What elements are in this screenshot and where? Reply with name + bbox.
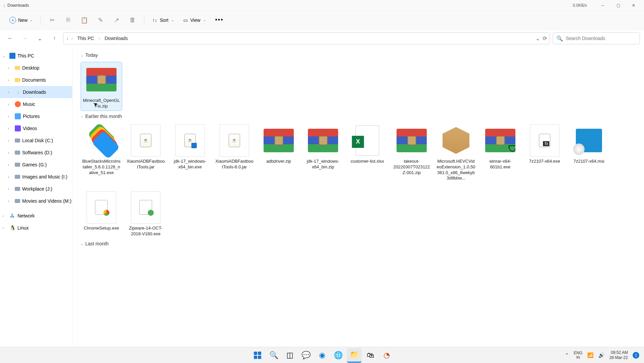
sidebar-item-videos[interactable]: › Videos (0, 122, 72, 134)
rar-shield-icon (484, 124, 516, 157)
app-icon[interactable]: ◔ (379, 348, 394, 363)
search-button[interactable]: 🔍 (266, 348, 281, 363)
file-item[interactable]: 7z2107-x64.exe (524, 123, 565, 183)
file-item[interactable]: 7z2107-x64.msi (568, 123, 610, 183)
maximize-button[interactable]: ▢ (610, 0, 626, 11)
refresh-button[interactable]: ⟳ (543, 35, 547, 42)
address-bar[interactable]: ↓ › This PC › Downloads ⌄ ⟳ (63, 32, 550, 44)
file-item[interactable]: Zipware-14-OCT-2018-V160.exe (125, 190, 167, 238)
sidebar-item-label: Desktop (22, 65, 39, 71)
file-label: ChromeSetup.exe (84, 226, 119, 231)
file-item[interactable]: customer-list.xlsx (347, 123, 388, 183)
chevron-down-icon[interactable]: ⌄ (536, 35, 540, 42)
pictures-icon (15, 113, 21, 119)
msi-icon (573, 124, 605, 157)
rename-button[interactable]: ✎ (93, 14, 108, 27)
group-earlier[interactable]: ⌄ Earlier this month (81, 114, 639, 119)
content-area: ⌄ Today Minecraft_OpenGL Fix.zip ⌄ Earli… (73, 47, 644, 356)
chevron-right-icon: › (8, 90, 13, 94)
chevron-right-icon: › (8, 175, 13, 179)
sidebar-item-downloads[interactable]: › ↓ Downloads (0, 86, 72, 98)
excel-icon (351, 124, 383, 157)
drive-icon (15, 175, 20, 179)
rar-icon (85, 64, 118, 96)
folder-icon (15, 78, 20, 82)
share-button[interactable]: ↗ (109, 14, 124, 27)
file-item[interactable]: ChromeSetup.exe (81, 190, 122, 238)
file-item[interactable]: BlueStacksMicroInstaller_5.6.0.1126_nati… (81, 123, 122, 183)
whatsapp-icon[interactable]: 💬 (298, 348, 313, 363)
file-item[interactable]: takeout-20220307T023122Z-001.zip (391, 123, 432, 183)
drive-icon (15, 199, 20, 203)
sort-button[interactable]: ↑↓ Sort ⌄ (148, 15, 178, 25)
jar-icon: ☕ (218, 124, 250, 157)
file-label: takeout-20220307T023122Z-001.zip (392, 159, 431, 176)
sidebar-item-workplace-j-[interactable]: › Workplace (J:) (0, 183, 72, 195)
breadcrumb-downloads[interactable]: Downloads (102, 34, 130, 42)
chevron-right-icon: › (70, 37, 74, 40)
window-title: Downloads (7, 3, 29, 8)
sidebar-item-images-and-music-i-[interactable]: › Images and Music (I:) (0, 171, 72, 183)
file-item[interactable]: adbdriver.zip (258, 123, 300, 183)
downloads-icon: ↓ (3, 2, 5, 8)
file-label: Microsoft.HEVCVideoExtension_1.0.50361.0… (436, 159, 475, 182)
file-item[interactable]: ☕ XiaomiADBFastbootTools-6.0.jar (214, 123, 255, 183)
chrome-icon[interactable]: 🌐 (331, 348, 346, 363)
chevron-right-icon: › (8, 103, 13, 106)
sidebar-item-local-disk-c-[interactable]: › Local Disk (C:) (0, 134, 72, 147)
new-button[interactable]: + New ⌄ (5, 15, 36, 26)
language-indicator[interactable]: ENG (574, 351, 583, 355)
file-item[interactable]: ☕ XiaomiADBFastbootTools.jar (125, 123, 167, 183)
taskbar: 🔍 ◫ 💬 ◉ 🌐 📁 🛍 ◔ ⌃ ENG IN 📶 🔊 09:52 AM 28… (0, 347, 644, 363)
sidebar-item-linux[interactable]: › 🐧 Linux (0, 222, 72, 234)
file-label: Zipware-14-OCT-2018-V160.exe (126, 226, 165, 237)
file-item[interactable]: ☕ jdk-17_windows-x64_bin.exe (169, 123, 211, 183)
sidebar-item-softwares-d-[interactable]: › Softwares (D:) (0, 147, 72, 159)
file-item[interactable]: Minecraft_OpenGL Fix.zip (81, 62, 122, 111)
explorer-icon[interactable]: 📁 (347, 348, 362, 363)
copy-button[interactable]: ⎘ (61, 14, 76, 27)
recent-button[interactable]: ⌄ (34, 32, 46, 44)
search-icon: 🔍 (556, 35, 563, 42)
paste-button[interactable]: 📋 (77, 14, 92, 27)
file-label: customer-list.xlsx (351, 159, 384, 164)
notification-badge[interactable]: 1 (633, 352, 639, 359)
group-lastmonth[interactable]: ⌄ Last month (81, 241, 639, 246)
forward-button[interactable]: → (19, 32, 31, 44)
delete-button[interactable]: 🗑 (125, 14, 140, 27)
group-today[interactable]: ⌄ Today (81, 52, 639, 58)
file-item[interactable]: Microsoft.HEVCVideoExtension_1.0.50361.0… (435, 123, 477, 183)
store-icon[interactable]: 🛍 (363, 348, 378, 363)
sidebar-item-thispc[interactable]: ⌄ This PC (0, 50, 72, 62)
sidebar-item-movies-and-videos-m-[interactable]: › Movies and Videos (M:) (0, 195, 72, 207)
start-button[interactable] (250, 348, 265, 363)
breadcrumb-thispc[interactable]: This PC (75, 34, 96, 42)
file-label: jdk-17_windows-x64_bin.exe (171, 159, 210, 170)
clock[interactable]: 09:52 AM 28-Mar-22 (609, 350, 628, 360)
up-button[interactable]: ↑ (48, 32, 60, 44)
close-button[interactable]: ✕ (626, 0, 641, 11)
cut-button[interactable]: ✂ (45, 14, 59, 27)
sidebar-item-pictures[interactable]: › Pictures (0, 110, 72, 122)
file-item[interactable]: jdk-17_windows-x64_bin.zip (302, 123, 344, 183)
tray-chevron-icon[interactable]: ⌃ (565, 352, 569, 358)
search-box[interactable]: 🔍 (553, 32, 640, 44)
sidebar-item-network[interactable]: › 🖧 Network (0, 210, 72, 222)
file-item[interactable]: winrar-x64-601b1.exe (479, 123, 521, 183)
chevron-right-icon: › (3, 226, 7, 230)
sidebar-item-games-g-[interactable]: › Games (G:) (0, 159, 72, 171)
taskview-button[interactable]: ◫ (282, 348, 297, 363)
wifi-icon[interactable]: 📶 (587, 352, 594, 358)
search-input[interactable] (566, 36, 636, 41)
volume-icon[interactable]: 🔊 (598, 352, 605, 358)
more-button[interactable]: ••• (211, 14, 228, 26)
minimize-button[interactable]: ─ (595, 0, 610, 11)
sidebar-item-music[interactable]: › Music (0, 98, 72, 110)
back-button[interactable]: ← (4, 32, 16, 44)
chevron-down-icon: ⌄ (30, 18, 32, 22)
sidebar-item-documents[interactable]: › Documents (0, 74, 72, 86)
sidebar-item-desktop[interactable]: › Desktop (0, 62, 72, 74)
edge-icon[interactable]: ◉ (315, 348, 329, 363)
view-button[interactable]: ▭ View ⌄ (179, 15, 210, 25)
sidebar: ⌄ This PC › Desktop› Documents› ↓ Downlo… (0, 47, 73, 356)
